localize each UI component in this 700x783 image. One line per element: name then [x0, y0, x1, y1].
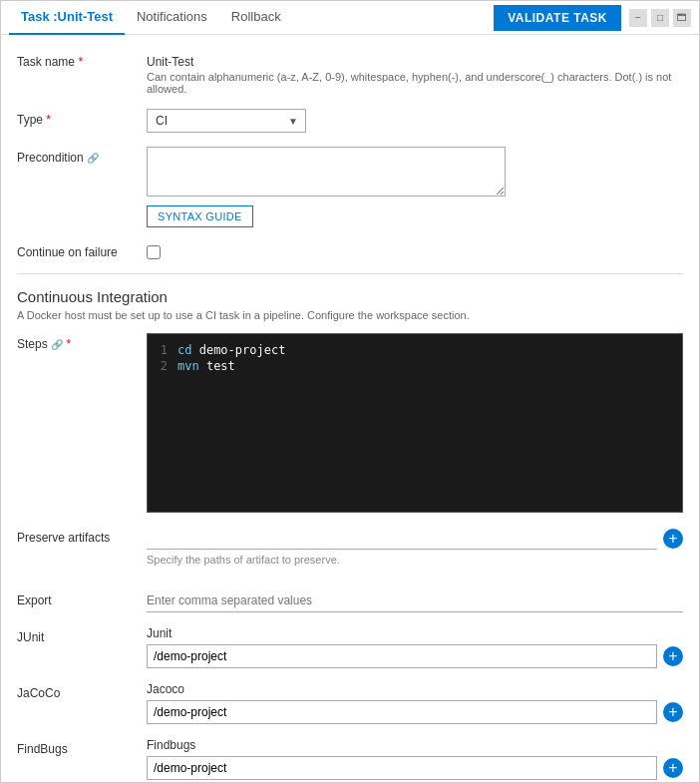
- jacoco-row: JaCoCo Jacoco +: [17, 682, 683, 724]
- junit-input[interactable]: [147, 644, 657, 668]
- jacoco-input[interactable]: [147, 700, 657, 724]
- section-divider: [17, 273, 683, 274]
- continue-on-failure-content: [147, 241, 683, 259]
- form-content: Task name * Unit-Test Can contain alphan…: [1, 35, 699, 782]
- tab-rollback[interactable]: Rollback: [219, 1, 293, 35]
- close-button[interactable]: 🗔: [673, 9, 691, 27]
- code-line-1: 1 cd demo-project: [148, 342, 682, 358]
- preserve-artifacts-hint: Specify the paths of artifact to preserv…: [147, 554, 683, 566]
- type-content: CI Deploy Test Build ▼: [147, 109, 683, 133]
- preserve-artifacts-input[interactable]: [147, 527, 657, 550]
- junit-sub-label: Junit: [147, 626, 683, 640]
- minimize-button[interactable]: −: [629, 9, 647, 27]
- export-input[interactable]: [147, 589, 683, 612]
- steps-required: *: [66, 337, 71, 351]
- continue-on-failure-row: Continue on failure: [17, 241, 683, 259]
- validate-task-button[interactable]: VALIDATE TASK: [494, 5, 621, 31]
- type-select-wrapper: CI Deploy Test Build ▼: [147, 109, 306, 133]
- type-row: Type * CI Deploy Test Build ▼: [17, 109, 683, 133]
- jacoco-label: JaCoCo: [17, 682, 147, 700]
- jacoco-sub-field-row: +: [147, 700, 683, 724]
- export-content: [147, 589, 683, 612]
- findbugs-sub-field-row: +: [147, 756, 683, 780]
- tab-notifications[interactable]: Notifications: [125, 1, 219, 35]
- continue-on-failure-checkbox[interactable]: [147, 245, 161, 259]
- type-required: *: [46, 113, 51, 127]
- task-name-content: Unit-Test Can contain alphanumeric (a-z,…: [147, 51, 683, 95]
- precondition-content: SYNTAX GUIDE: [147, 147, 683, 227]
- junit-sub-field-row: +: [147, 644, 683, 668]
- section-desc: A Docker host must be set up to use a CI…: [17, 309, 683, 321]
- precondition-link-icon[interactable]: 🔗: [87, 153, 99, 164]
- steps-link-icon[interactable]: 🔗: [51, 339, 63, 350]
- jacoco-content: Jacoco +: [147, 682, 683, 724]
- code-keyword-2: mvn: [177, 359, 199, 373]
- line-num-1: 1: [148, 343, 177, 357]
- junit-content: Junit +: [147, 626, 683, 668]
- artifact-row: +: [147, 527, 683, 550]
- preserve-artifacts-label: Preserve artifacts: [17, 527, 147, 545]
- code-keyword-1: cd: [177, 343, 191, 357]
- required-indicator: *: [78, 55, 83, 69]
- findbugs-sub-label: Findbugs: [147, 738, 683, 752]
- steps-label-wrapper: Steps 🔗 *: [17, 333, 147, 351]
- export-row: Export: [17, 589, 683, 612]
- task-name-label: Task name *: [17, 51, 147, 69]
- syntax-guide-button[interactable]: SYNTAX GUIDE: [147, 205, 253, 227]
- steps-row: Steps 🔗 * 1 cd demo-project 2: [17, 333, 683, 513]
- tab-task-label: Task :Unit-Test: [21, 9, 113, 24]
- add-jacoco-button[interactable]: +: [663, 702, 683, 722]
- add-artifact-button[interactable]: +: [663, 529, 683, 549]
- line-content-1: cd demo-project: [177, 343, 285, 357]
- precondition-textarea[interactable]: [147, 147, 506, 196]
- header: Task :Unit-Test Notifications Rollback V…: [1, 1, 699, 35]
- export-label: Export: [17, 589, 147, 607]
- line-content-2: mvn test: [177, 359, 235, 373]
- preserve-artifacts-content: + Specify the paths of artifact to prese…: [147, 527, 683, 576]
- task-name-row: Task name * Unit-Test Can contain alphan…: [17, 51, 683, 95]
- tab-task[interactable]: Task :Unit-Test: [9, 1, 125, 35]
- maximize-button[interactable]: □: [651, 9, 669, 27]
- precondition-row: Precondition 🔗 SYNTAX GUIDE: [17, 147, 683, 227]
- code-arg-1: demo-project: [199, 343, 286, 357]
- type-label: Type *: [17, 109, 147, 127]
- steps-code-editor[interactable]: 1 cd demo-project 2 mvn test: [147, 333, 683, 513]
- task-name-value: Unit-Test: [147, 51, 683, 69]
- findbugs-row: FindBugs Findbugs +: [17, 738, 683, 780]
- tab-notifications-label: Notifications: [137, 9, 207, 24]
- junit-row: JUnit Junit +: [17, 626, 683, 668]
- add-junit-button[interactable]: +: [663, 646, 683, 666]
- findbugs-content: Findbugs +: [147, 738, 683, 780]
- code-arg-2: test: [206, 359, 235, 373]
- precondition-label: Precondition 🔗: [17, 147, 147, 165]
- section-title: Continuous Integration: [17, 288, 683, 305]
- task-name-hint: Can contain alphanumeric (a-z, A-Z, 0-9)…: [147, 71, 683, 95]
- type-select[interactable]: CI Deploy Test Build: [147, 109, 306, 133]
- preserve-artifacts-row: Preserve artifacts + Specify the paths o…: [17, 527, 683, 576]
- steps-content: 1 cd demo-project 2 mvn test: [147, 333, 683, 513]
- findbugs-input[interactable]: [147, 756, 657, 780]
- add-findbugs-button[interactable]: +: [663, 758, 683, 778]
- findbugs-label: FindBugs: [17, 738, 147, 756]
- main-window: Task :Unit-Test Notifications Rollback V…: [0, 0, 700, 783]
- window-controls: − □ 🗔: [629, 9, 691, 27]
- tab-rollback-label: Rollback: [231, 9, 281, 24]
- junit-label: JUnit: [17, 626, 147, 644]
- line-num-2: 2: [148, 359, 177, 373]
- continue-on-failure-label: Continue on failure: [17, 241, 147, 259]
- jacoco-sub-label: Jacoco: [147, 682, 683, 696]
- code-line-2: 2 mvn test: [148, 358, 682, 374]
